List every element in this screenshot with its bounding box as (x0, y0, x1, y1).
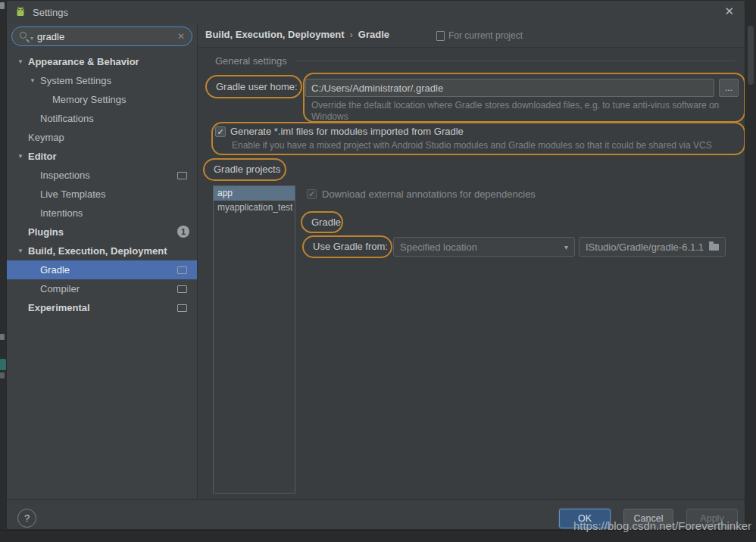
settings-search-field[interactable]: ▾ ✕ (11, 26, 192, 46)
download-annotations-label: Download external annotations for depend… (322, 188, 536, 200)
in-place-settings-icon (177, 304, 187, 312)
scope-note: For current project (436, 30, 523, 41)
search-icon (19, 31, 30, 42)
cancel-button[interactable]: Cancel (623, 509, 673, 528)
background-scrollbar[interactable] (748, 26, 754, 85)
chevron-down-icon[interactable]: ▼ (30, 77, 36, 84)
background-text-fragment (0, 2, 5, 9)
sidebar-item-editor[interactable]: ▼ Editor (7, 147, 197, 166)
in-place-settings-icon (177, 172, 187, 179)
project-item-myapplication-test[interactable]: myapplication_test (214, 201, 295, 215)
gradle-home-path-field[interactable]: IStudio/Gradle/gradle-6.1.1 (579, 237, 726, 257)
download-annotations-checkbox[interactable]: ✓ (307, 189, 317, 199)
search-highlight-outline: Use Gradle from: (302, 235, 392, 258)
background-text-fragment (0, 372, 5, 378)
search-input[interactable] (37, 31, 177, 42)
generate-iml-label[interactable]: Generate *.iml files for modules importe… (230, 126, 464, 137)
search-highlight-outline: Gradle (301, 211, 343, 233)
general-settings-label: General settings (215, 55, 287, 67)
use-gradle-from-dropdown[interactable]: Specified location ▾ (393, 237, 575, 257)
folder-icon[interactable] (709, 244, 719, 251)
project-item-app[interactable]: app (214, 186, 295, 201)
sidebar-item-keymap[interactable]: Keymap (7, 128, 197, 147)
sidebar-item-inspections[interactable]: Inspections (7, 166, 197, 185)
screen: { "window": {"title": "Settings"}, "icon… (0, 0, 756, 542)
in-place-settings-icon (177, 266, 187, 274)
background-highlight-fragment (0, 359, 6, 370)
use-gradle-from-value: Specified location (400, 241, 477, 253)
sidebar-item-gradle[interactable]: Gradle (7, 260, 197, 279)
search-highlight-outline: Gradle user home: (205, 75, 302, 98)
sidebar-item-compiler[interactable]: Compiler (7, 279, 197, 298)
plugins-count-badge: 1 (177, 226, 189, 238)
background-editor-strip (0, 530, 756, 542)
sidebar-item-appearance-behavior[interactable]: ▼ Appearance & Behavior (7, 52, 197, 71)
settings-sidebar: ▾ ✕ ▼ Appearance & Behavior ▼ System Set… (7, 23, 198, 500)
general-settings-section: General settings (215, 55, 736, 67)
generate-iml-checkbox[interactable]: ✓ (215, 126, 226, 137)
chevron-down-icon: ▾ (564, 243, 568, 251)
breadcrumb: Build, Execution, Deployment › Gradle (205, 29, 389, 40)
apply-button: Apply (686, 509, 738, 528)
sidebar-item-plugins[interactable]: Plugins 1 (7, 223, 197, 241)
breadcrumb-gradle: Gradle (358, 29, 389, 40)
gradle-group-label: Gradle (302, 213, 342, 232)
gradle-projects-list: app myapplication_test (213, 185, 295, 494)
settings-dialog: Settings ✕ ▾ ✕ ▼ Appearance & Behavior ▼… (6, 0, 745, 530)
background-right-strip (745, 0, 756, 542)
sidebar-item-intentions[interactable]: Intentions (7, 204, 197, 223)
sidebar-item-experimental[interactable]: Experimental (7, 298, 197, 317)
check-icon: ✓ (308, 189, 315, 199)
sidebar-item-notifications[interactable]: Notifications (7, 109, 197, 128)
sidebar-item-build-execution-deployment[interactable]: ▼ Build, Execution, Deployment (7, 241, 197, 260)
browse-button[interactable]: ... (719, 79, 739, 97)
help-button[interactable]: ? (17, 509, 36, 528)
chevron-down-icon[interactable]: ▼ (17, 58, 23, 65)
titlebar[interactable]: Settings ✕ (7, 1, 745, 23)
dialog-footer: ? OK Cancel Apply (7, 499, 745, 529)
section-separator-line (296, 61, 736, 61)
chevron-down-icon[interactable]: ▼ (17, 248, 23, 254)
android-studio-icon (14, 6, 27, 18)
project-scope-icon (436, 31, 445, 41)
gradle-user-home-label: Gradle user home: (207, 76, 301, 97)
chevron-down-icon[interactable]: ▼ (17, 153, 23, 160)
use-gradle-from-label: Use Gradle from: (304, 237, 391, 257)
close-icon[interactable]: ✕ (724, 5, 734, 18)
check-icon: ✓ (217, 127, 223, 137)
background-text-fragment (0, 334, 5, 340)
clear-search-icon[interactable]: ✕ (177, 31, 185, 42)
generate-iml-help: Enable if you have a mixed project with … (232, 140, 712, 151)
gradle-user-home-help: Windows (311, 111, 348, 122)
ok-button[interactable]: OK (559, 509, 611, 528)
gradle-user-home-input[interactable] (305, 79, 714, 97)
settings-tree: ▼ Appearance & Behavior ▼ System Setting… (7, 52, 197, 317)
sidebar-item-system-settings[interactable]: ▼ System Settings (7, 71, 197, 90)
gradle-home-path-value: IStudio/Gradle/gradle-6.1.1 (586, 241, 704, 253)
window-title: Settings (33, 7, 68, 18)
gradle-projects-label: Gradle projects (205, 160, 285, 179)
breadcrumb-build-execution-deployment[interactable]: Build, Execution, Deployment (205, 29, 344, 40)
settings-page-header: Build, Execution, Deployment › Gradle Fo… (198, 23, 745, 48)
sidebar-item-memory-settings[interactable]: Memory Settings (7, 90, 197, 109)
search-options-caret-icon[interactable]: ▾ (30, 35, 33, 42)
sidebar-item-live-templates[interactable]: Live Templates (7, 185, 197, 204)
scope-note-label: For current project (448, 30, 523, 41)
in-place-settings-icon (177, 285, 187, 293)
gradle-user-home-help: Override the default location where Grad… (311, 100, 719, 111)
background-left-strip (0, 0, 6, 542)
search-highlight-outline: Gradle projects (203, 158, 286, 181)
breadcrumb-separator-icon: › (349, 29, 352, 40)
gradle-settings-panel: General settings Gradle user home: ... O… (198, 48, 745, 499)
